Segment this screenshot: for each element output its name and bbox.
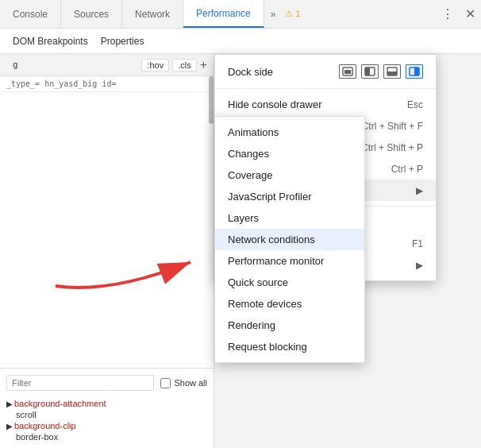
scroll-bar[interactable] xyxy=(209,76,214,124)
tab-more-button[interactable]: » xyxy=(264,0,283,28)
submenu-layers[interactable]: Layers xyxy=(215,207,364,229)
tab-sources[interactable]: Sources xyxy=(61,0,122,28)
dock-left-button[interactable] xyxy=(361,64,379,79)
css-prop-name-1[interactable]: background-attachment xyxy=(14,399,106,408)
left-panel: g :hov .cls + _type_= hn_yasd_big id= Sh… xyxy=(0,54,214,448)
kebab-menu-button[interactable]: ⋮ xyxy=(437,3,459,25)
expand-icon-2[interactable]: ▶ xyxy=(6,422,13,431)
filter-input[interactable] xyxy=(6,375,154,391)
svg-rect-7 xyxy=(414,68,419,75)
submenu-changes[interactable]: Changes xyxy=(215,143,364,164)
css-prop-row-1: ▶ background-attachment xyxy=(6,397,207,410)
properties-tab[interactable]: Properties xyxy=(94,36,151,47)
cls-button[interactable]: .cls xyxy=(172,59,197,71)
more-tools-submenu: Animations Changes Coverage JavaScript P… xyxy=(214,116,365,363)
left-panel-bottom: Show all ▶ background-attachment scroll … xyxy=(0,368,214,448)
add-style-button[interactable]: + xyxy=(200,59,207,71)
tab-actions: ⋮ ✕ xyxy=(437,0,481,28)
hov-button[interactable]: :hov xyxy=(141,59,169,71)
dock-side-row: Dock side xyxy=(215,60,436,83)
dock-side-section: Dock side xyxy=(215,55,436,89)
dom-breakpoints-tab[interactable]: DOM Breakpoints xyxy=(6,36,94,47)
tab-console[interactable]: Console xyxy=(0,0,61,28)
expand-icon-1[interactable]: ▶ xyxy=(6,400,13,408)
submenu-animations[interactable]: Animations xyxy=(215,122,364,143)
css-prop-row-2: ▶ background-clip xyxy=(6,419,207,432)
css-prop-name-2[interactable]: background-clip xyxy=(14,421,76,431)
submenu-coverage[interactable]: Coverage xyxy=(215,164,364,186)
submenu-remote-devices[interactable]: Remote devices xyxy=(215,293,364,315)
tab-bar: Console Sources Network Performance » ⚠ … xyxy=(0,0,481,29)
filter-row: Show all xyxy=(6,375,207,391)
submenu-rendering[interactable]: Rendering xyxy=(215,315,364,336)
dock-icons xyxy=(339,64,423,79)
code-snippet: g xyxy=(6,58,25,71)
tab-warning-badge[interactable]: ⚠ 1 xyxy=(282,0,303,28)
svg-rect-5 xyxy=(387,71,397,75)
svg-rect-3 xyxy=(365,68,370,75)
more-tools-arrow-icon: ▶ xyxy=(416,185,423,196)
submenu-request-blocking[interactable]: Request blocking xyxy=(215,336,364,357)
css-properties: ▶ background-attachment scroll ▶ backgro… xyxy=(6,397,207,442)
help-arrow-icon: ▶ xyxy=(416,260,423,271)
menu-hide-console[interactable]: Hide console drawer Esc xyxy=(215,94,436,115)
submenu-network-conditions[interactable]: Network conditions xyxy=(215,229,364,250)
close-devtools-button[interactable]: ✕ xyxy=(459,3,481,25)
show-all-label: Show all xyxy=(160,378,207,388)
submenu-js-profiler[interactable]: JavaScript Profiler xyxy=(215,186,364,207)
tab-network[interactable]: Network xyxy=(122,0,183,28)
dock-bottom-button[interactable] xyxy=(383,64,401,79)
dock-undock-button[interactable] xyxy=(339,64,356,79)
left-panel-toolbar: g :hov .cls + xyxy=(0,54,214,76)
second-row: DOM Breakpoints Properties xyxy=(0,29,481,54)
css-prop-value-1: scroll xyxy=(6,410,207,419)
submenu-performance-monitor[interactable]: Performance monitor xyxy=(215,250,364,272)
dock-right-button[interactable] xyxy=(406,64,423,79)
tab-performance[interactable]: Performance xyxy=(183,0,264,28)
svg-rect-1 xyxy=(344,70,351,74)
css-prop-value-2: border-box xyxy=(6,432,207,442)
dock-side-label: Dock side xyxy=(228,66,339,78)
submenu-quick-source[interactable]: Quick source xyxy=(215,272,364,293)
code-line: _type_= hn_yasd_big id= xyxy=(0,76,214,92)
show-all-checkbox[interactable] xyxy=(160,378,171,388)
